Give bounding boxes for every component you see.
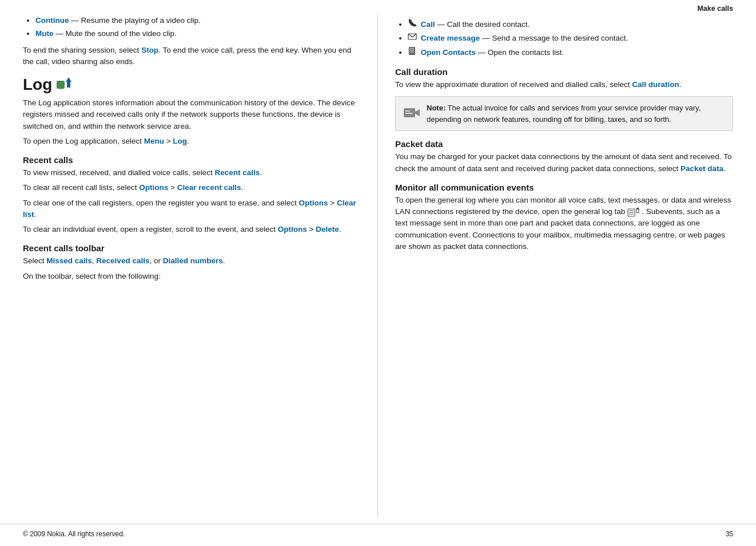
toolbar-select-paragraph: Select Missed calls, Received calls, or … xyxy=(23,255,360,267)
stop-label: Stop xyxy=(141,46,158,54)
call-duration-paragraph: To view the approximate duration of rece… xyxy=(395,79,733,90)
clear-recent-end: . xyxy=(241,183,244,192)
log-heading: Log xyxy=(23,76,52,94)
create-message-label: Create message xyxy=(421,34,480,42)
call-duration-text1: To view the approximate duration of rece… xyxy=(395,80,632,89)
open-contacts-text: — Open the contacts list. xyxy=(476,48,564,57)
svg-rect-8 xyxy=(410,48,414,49)
continue-label: Continue xyxy=(35,16,69,25)
log-label: Log xyxy=(173,137,187,145)
missed-calls-label: Missed calls xyxy=(46,256,92,265)
list-item-message: Create message — Send a message to the d… xyxy=(408,33,733,45)
clear-recent-text1: To clear all recent call lists, select xyxy=(23,183,139,192)
log-svg-icon xyxy=(57,77,73,92)
call-text: — Call the desired contact. xyxy=(435,20,530,29)
create-message-text: — Send a message to the desired contact. xyxy=(480,34,628,42)
recent-calls-text1: To view missed, received, and dialled vo… xyxy=(23,168,214,177)
list-item: Mute — Mute the sound of the video clip. xyxy=(35,28,360,39)
top-bullet-list: Continue — Resume the playing of a video… xyxy=(35,15,360,40)
continue-text: — Resume the playing of a video clip. xyxy=(69,16,201,25)
clear-register-arrow: > xyxy=(328,199,337,207)
clear-recent-paragraph: To clear all recent call lists, select O… xyxy=(23,182,360,193)
clear-recent-arrow: > xyxy=(168,183,177,192)
note-label: Note: xyxy=(427,104,445,112)
list-item-call: Call — Call the desired contact. xyxy=(408,18,733,31)
received-calls-label: Received calls xyxy=(96,256,149,265)
packet-data-paragraph: You may be charged for your packet data … xyxy=(395,151,733,175)
recent-calls-heading: Recent calls xyxy=(23,155,360,165)
page: Make calls Continue — Resume the playing… xyxy=(0,0,756,546)
open-log-arrow: > xyxy=(164,137,173,145)
svg-rect-3 xyxy=(67,82,70,88)
packet-data-end: . xyxy=(723,164,726,173)
message-icon xyxy=(408,33,417,45)
log-paragraph: The Log application stores information a… xyxy=(23,97,360,132)
toolbar-instruction-paragraph: On the toolbar, select from the followin… xyxy=(23,271,360,282)
call-duration-end: . xyxy=(679,80,682,89)
content-area: Continue — Resume the playing of a video… xyxy=(0,15,756,518)
svg-rect-13 xyxy=(405,110,410,112)
svg-rect-14 xyxy=(405,113,412,114)
footer-bar: © 2009 Nokia. All rights reserved. 35 xyxy=(0,524,756,546)
options-label3: Options xyxy=(278,225,307,234)
header-bar: Make calls xyxy=(0,0,756,15)
note-body: The actual invoice for calls and service… xyxy=(427,104,701,124)
note-box: Note: The actual invoice for calls and s… xyxy=(395,96,733,131)
stop-paragraph: To end the sharing session, select Stop.… xyxy=(23,45,360,68)
stop-para-text1: To end the sharing session, select xyxy=(23,46,141,54)
right-column: Call — Call the desired contact. Create … xyxy=(378,15,733,518)
clear-event-arrow: > xyxy=(307,225,316,234)
dialled-numbers-label: Dialled numbers xyxy=(163,256,223,265)
menu-label: Menu xyxy=(144,137,164,145)
contacts-icon xyxy=(408,46,417,59)
options-label2: Options xyxy=(299,199,328,207)
call-duration-label: Call duration xyxy=(632,80,679,89)
toolbar-or: , or xyxy=(149,256,162,265)
clear-event-text1: To clear an individual event, open a reg… xyxy=(23,225,278,234)
clear-recent-label: Clear recent calls xyxy=(177,183,241,192)
recent-calls-text2: . xyxy=(260,168,262,177)
toolbar-text1: Select xyxy=(23,256,46,265)
left-column: Continue — Resume the playing of a video… xyxy=(23,15,378,518)
open-log-text1: To open the Log application, select xyxy=(23,137,144,145)
section-title: Make calls xyxy=(697,5,733,13)
packet-data-heading: Packet data xyxy=(395,139,733,149)
note-icon xyxy=(403,104,421,124)
call-duration-heading: Call duration xyxy=(395,67,733,77)
svg-marker-2 xyxy=(66,77,71,82)
clear-register-text1: To clear one of the call registers, open… xyxy=(23,199,299,207)
list-item-contacts: Open Contacts — Open the contacts list. xyxy=(408,46,733,59)
copyright-text: © 2009 Nokia. All rights reserved. xyxy=(23,530,125,538)
svg-rect-10 xyxy=(410,52,414,53)
open-log-text3: . xyxy=(187,137,189,145)
options-label1: Options xyxy=(139,183,168,192)
log-icon xyxy=(57,77,73,92)
clear-register-end: . xyxy=(34,210,37,219)
clear-register-paragraph: To clear one of the call registers, open… xyxy=(23,197,360,221)
monitor-tab-symbol xyxy=(627,208,642,216)
page-number: 35 xyxy=(726,530,733,538)
monitor-paragraph: To open the general log where you can mo… xyxy=(395,195,733,252)
toolbar-period: . xyxy=(223,256,225,265)
svg-rect-6 xyxy=(408,49,410,50)
monitor-tab-svg-icon xyxy=(627,207,640,217)
call-label: Call xyxy=(421,20,435,29)
recent-calls-label: Recent calls xyxy=(214,168,260,177)
log-heading-row: Log xyxy=(23,76,360,94)
toolbar-bullet-list: Call — Call the desired contact. Create … xyxy=(408,18,733,59)
open-log-paragraph: To open the Log application, select Menu… xyxy=(23,136,360,147)
note-text: Note: The actual invoice for calls and s… xyxy=(427,102,726,125)
recent-calls-paragraph: To view missed, received, and dialled vo… xyxy=(23,167,360,179)
monitor-heading: Monitor all communication events xyxy=(395,183,733,192)
open-contacts-label: Open Contacts xyxy=(421,48,476,57)
clear-event-paragraph: To clear an individual event, open a reg… xyxy=(23,224,360,235)
call-icon xyxy=(408,18,417,31)
svg-marker-12 xyxy=(415,109,420,116)
delete-label: Delete xyxy=(316,225,339,234)
svg-rect-7 xyxy=(408,51,410,52)
svg-rect-9 xyxy=(410,50,414,51)
packet-data-label: Packet data xyxy=(681,164,723,173)
mute-text: — Mute the sound of the video clip. xyxy=(54,29,177,38)
clear-event-end: . xyxy=(339,225,341,234)
mute-label: Mute xyxy=(35,29,54,38)
